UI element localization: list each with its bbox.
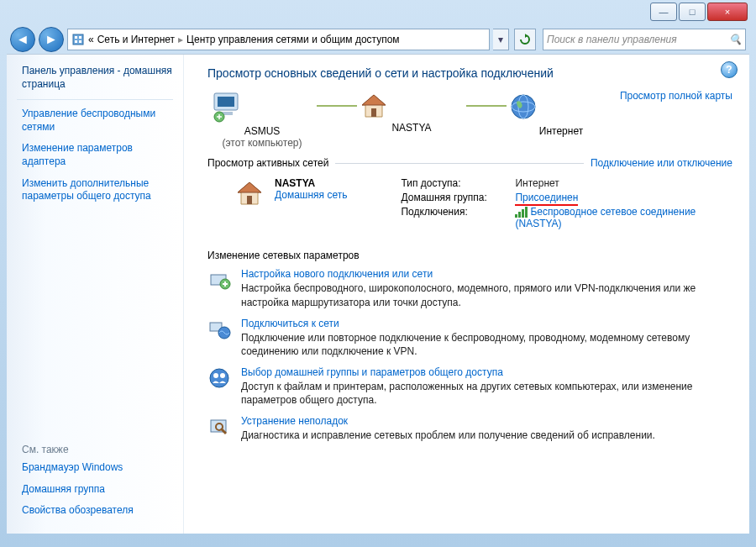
- sidebar: Панель управления - домашняя страница Уп…: [7, 55, 184, 534]
- minimize-button[interactable]: —: [650, 3, 677, 21]
- network-map: ASMUS (этот компьютер) NASTYA Интернет П…: [207, 90, 732, 149]
- connections-label: Подключения:: [401, 206, 510, 229]
- see-also-label: См. также: [7, 439, 183, 457]
- task-homegroup-sharing[interactable]: Выбор домашней группы и параметров общег…: [207, 366, 732, 407]
- homegroup-icon: [207, 366, 231, 390]
- svg-rect-6: [218, 97, 234, 107]
- computer-icon: [207, 90, 244, 124]
- task-desc: Подключение или повторное подключение к …: [241, 331, 732, 358]
- search-placeholder: Поиск в панели управления: [547, 34, 677, 45]
- sidebar-link-internet-options[interactable]: Свойства обозревателя: [7, 500, 183, 522]
- network-details: Тип доступа: Интернет Домашняя группа: П…: [401, 177, 732, 229]
- full-map-link[interactable]: Просмотр полной карты: [620, 90, 732, 102]
- sidebar-link-adapter[interactable]: Изменение параметров адаптера: [7, 138, 183, 172]
- breadcrumb-network[interactable]: Сеть и Интернет: [97, 34, 175, 45]
- svg-rect-0: [73, 34, 83, 45]
- nav-back-button[interactable]: ◄: [10, 27, 35, 52]
- homegroup-label: Домашняя группа:: [401, 192, 510, 203]
- task-desc: Настройка беспроводного, широкополосного…: [241, 281, 732, 308]
- new-connection-icon: [207, 268, 231, 292]
- map-node-sublabel: (этот компьютер): [207, 137, 317, 149]
- svg-point-10: [512, 95, 535, 118]
- sidebar-link-sharing[interactable]: Изменить дополнительные параметры общего…: [7, 173, 183, 208]
- address-dropdown-button[interactable]: ▾: [493, 29, 509, 50]
- map-node-router[interactable]: NASTYA: [357, 90, 466, 134]
- svg-rect-3: [75, 40, 77, 43]
- nav-forward-button[interactable]: ►: [39, 27, 64, 52]
- sidebar-link-wireless[interactable]: Управление беспроводными сетями: [7, 103, 183, 138]
- sidebar-home-link[interactable]: Панель управления - домашняя страница: [7, 65, 183, 96]
- breadcrumb-separator: ▸: [178, 34, 183, 45]
- map-node-label: NASTYA: [357, 122, 466, 134]
- task-desc: Диагностика и исправление сетевых пробле…: [241, 429, 655, 442]
- connection-link[interactable]: Беспроводное сетевое соединение (NASTYA): [515, 206, 696, 229]
- active-networks-header: Просмотр активных сетей Подключение или …: [207, 157, 732, 169]
- connect-disconnect-link[interactable]: Подключение или отключение: [591, 157, 732, 169]
- sidebar-link-homegroup[interactable]: Домашняя группа: [7, 479, 183, 501]
- close-button[interactable]: ×: [707, 3, 748, 21]
- address-bar[interactable]: « Сеть и Интернет ▸ Центр управления сет…: [67, 29, 490, 50]
- task-title[interactable]: Устранение неполадок: [241, 415, 348, 427]
- control-panel-icon: [71, 33, 85, 46]
- svg-rect-2: [79, 36, 81, 39]
- svg-rect-9: [371, 108, 376, 117]
- access-type-label: Тип доступа:: [401, 177, 510, 189]
- client-area: Панель управления - домашняя страница Уп…: [7, 54, 749, 534]
- connect-network-icon: [207, 318, 231, 341]
- window-caption-buttons: — □ ×: [648, 3, 748, 21]
- map-node-label: Интернет: [507, 125, 616, 137]
- change-settings-label: Изменение сетевых параметров: [207, 250, 732, 261]
- svg-point-20: [220, 373, 225, 378]
- troubleshoot-icon: [207, 415, 231, 439]
- house-icon: [233, 177, 266, 208]
- search-input[interactable]: Поиск в панели управления 🔍: [543, 29, 746, 50]
- refresh-button[interactable]: [514, 29, 536, 50]
- task-title[interactable]: Выбор домашней группы и параметров общег…: [241, 366, 503, 378]
- task-new-connection[interactable]: Настройка нового подключения или сети На…: [207, 268, 732, 308]
- section-label: Просмотр активных сетей: [207, 157, 328, 169]
- network-name: NASTYA: [275, 177, 347, 189]
- svg-rect-1: [75, 36, 77, 39]
- access-type-value: Интернет: [515, 177, 732, 189]
- window-frame: — □ × ◄ ► « Сеть и Интернет ▸ Центр упра…: [0, 0, 756, 547]
- main-content: ? Просмотр основных сведений о сети и на…: [184, 55, 749, 534]
- search-icon: 🔍: [729, 34, 742, 45]
- nav-toolbar: ◄ ► « Сеть и Интернет ▸ Центр управления…: [7, 25, 749, 54]
- globe-icon: [507, 90, 540, 124]
- breadcrumb-sharing-center[interactable]: Центр управления сетями и общим доступом: [186, 34, 400, 45]
- task-desc: Доступ к файлам и принтерам, расположенн…: [241, 380, 732, 407]
- svg-rect-13: [247, 196, 252, 204]
- svg-point-18: [210, 369, 228, 387]
- task-title[interactable]: Подключиться к сети: [241, 318, 339, 329]
- breadcrumb-prefix: «: [88, 34, 94, 45]
- active-network-row: NASTYA Домашняя сеть Тип доступа: Интерн…: [207, 174, 732, 238]
- maximize-button[interactable]: □: [679, 3, 706, 21]
- svg-rect-4: [79, 40, 81, 43]
- homegroup-value-link[interactable]: Присоединен: [515, 192, 578, 206]
- svg-point-19: [213, 373, 218, 378]
- help-icon[interactable]: ?: [721, 61, 738, 78]
- house-icon: [357, 90, 391, 120]
- map-node-label: ASMUS: [207, 125, 317, 137]
- task-connect-network[interactable]: Подключиться к сети Подключение или повт…: [207, 318, 732, 358]
- task-title[interactable]: Настройка нового подключения или сети: [241, 268, 433, 280]
- sidebar-link-firewall[interactable]: Брандмауэр Windows: [7, 457, 183, 479]
- change-settings-section: Изменение сетевых параметров Настройка н…: [207, 250, 732, 442]
- map-node-internet[interactable]: Интернет: [507, 90, 616, 137]
- signal-icon: [515, 207, 528, 218]
- page-title: Просмотр основных сведений о сети и наст…: [207, 66, 732, 80]
- network-type-link[interactable]: Домашняя сеть: [275, 189, 347, 201]
- map-node-this-pc[interactable]: ASMUS (этот компьютер): [207, 90, 317, 149]
- task-troubleshoot[interactable]: Устранение неполадок Диагностика и испра…: [207, 415, 732, 442]
